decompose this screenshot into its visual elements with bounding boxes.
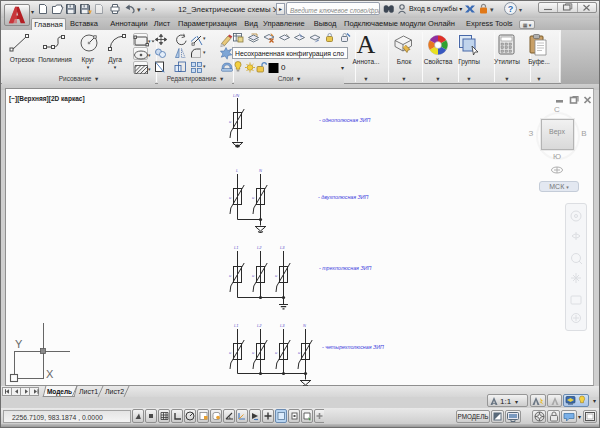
svg-text:u: u	[229, 273, 232, 278]
svg-text:N: N	[303, 323, 306, 328]
svg-text:L/N: L/N	[233, 93, 239, 98]
svg-text:L3: L3	[280, 245, 285, 250]
svg-text:u: u	[275, 350, 278, 355]
svg-text:u: u	[229, 195, 232, 200]
svg-text:u: u	[298, 350, 301, 355]
svg-text:1:1: 1:1	[500, 397, 512, 406]
svg-text:- однополюсная ЗИП: - однополюсная ЗИП	[319, 117, 371, 123]
svg-text:u: u	[252, 350, 255, 355]
svg-text:u: u	[275, 273, 278, 278]
svg-text:▾: ▾	[515, 399, 518, 405]
svg-text:L2: L2	[257, 323, 262, 328]
svg-text:- трехполюсная ЗИП: - трехполюсная ЗИП	[319, 265, 371, 271]
svg-text:- двухполюсная ЗИП: - двухполюсная ЗИП	[318, 194, 369, 200]
svg-text:u: u	[229, 350, 232, 355]
svg-text:- четырехполюсная ЗИП: - четырехполюсная ЗИП	[322, 344, 384, 350]
svg-text:L2: L2	[257, 245, 262, 250]
svg-text:L3: L3	[280, 323, 285, 328]
svg-text:u: u	[252, 273, 255, 278]
svg-text:N: N	[259, 168, 262, 173]
svg-text:u: u	[229, 119, 232, 124]
svg-text:L1: L1	[234, 245, 238, 250]
svg-text:L: L	[236, 168, 238, 173]
svg-text:L1: L1	[234, 323, 238, 328]
svg-text:u: u	[252, 195, 255, 200]
